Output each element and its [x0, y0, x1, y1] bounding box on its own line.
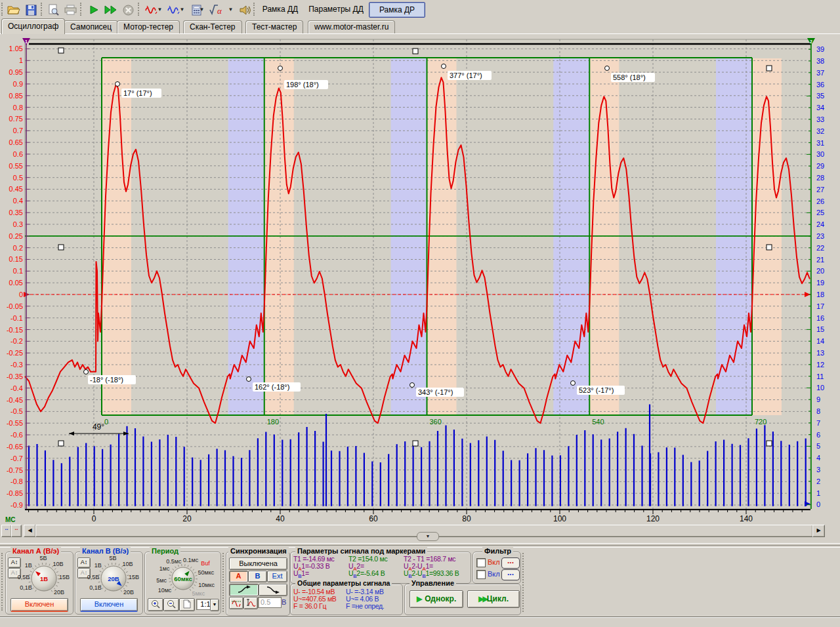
tab-5[interactable]: Тест-мастер [245, 20, 303, 33]
new-view-button[interactable] [179, 598, 195, 611]
svg-text:-0.9: -0.9 [10, 501, 23, 509]
measure-dropdown-arrow[interactable]: ▼ [198, 1, 205, 17]
params-dd-button[interactable]: Параметры ДД [306, 3, 366, 16]
svg-text:1В: 1В [94, 562, 102, 569]
toolbar-grip[interactable] [1, 3, 5, 16]
channel-b-range-knob[interactable]: 20В0,1В0,5В1В5В10В15В20В [75, 556, 142, 597]
svg-text:0: 0 [816, 500, 820, 508]
open-folder-icon [7, 5, 20, 15]
svg-text:343° (-17°): 343° (-17°) [418, 388, 453, 396]
zoom-in-button[interactable] [148, 598, 163, 611]
channel-a-dropdown-arrow[interactable]: ▼ [156, 1, 163, 17]
svg-text:10: 10 [816, 384, 824, 392]
sound-button[interactable] [236, 1, 253, 18]
svg-text:198° (18°): 198° (18°) [286, 81, 319, 89]
svg-text:-0.8: -0.8 [10, 477, 23, 485]
frame-dd-button[interactable]: Рамка ДД [259, 3, 302, 16]
svg-text:180: 180 [267, 418, 279, 426]
tab-2[interactable]: Самописец [64, 20, 118, 33]
run-single-button[interactable] [85, 1, 102, 18]
svg-text:37: 37 [816, 69, 824, 77]
sync-source-a-button[interactable]: А [229, 571, 248, 582]
toolbar-grip [80, 3, 83, 16]
left-axis-labels: 1.0510.950.90.850.80.750.70.650.60.550.5… [7, 45, 23, 509]
svg-text:15В: 15В [59, 574, 70, 580]
filter-a-more-button[interactable]: ... [501, 557, 520, 569]
marker-red-dots-button[interactable]: .. [11, 525, 22, 537]
run-single-big-button[interactable]: ▶ Однокр. [410, 590, 463, 608]
common-params-title: Общие параметры сигнала [295, 579, 392, 587]
zoom-out-button[interactable] [163, 598, 179, 611]
panel-grip[interactable] [1, 553, 5, 611]
svg-text:16: 16 [816, 314, 824, 322]
zoom-ratio-dropdown[interactable]: ▼ [210, 599, 219, 611]
right-axis-labels: 0123456789101112131415161718192021222324… [816, 45, 824, 508]
save-button[interactable] [22, 1, 39, 18]
math-dropdown-arrow[interactable]: ▼ [227, 1, 234, 17]
svg-text:0: 0 [19, 291, 23, 298]
sync-title: Синхронизация [228, 547, 289, 555]
filter-b-checkbox[interactable] [476, 570, 486, 579]
channel-b-enabled-button[interactable]: Включен [80, 598, 138, 612]
tab-1[interactable]: Осциллограф [1, 18, 65, 34]
channel-b-dropdown-arrow[interactable]: ▼ [178, 1, 186, 17]
filter-a-checkbox[interactable] [476, 558, 486, 567]
svg-text:33: 33 [816, 115, 824, 123]
svg-text:-0.45: -0.45 [7, 396, 23, 404]
svg-text:0.6: 0.6 [13, 150, 23, 158]
svg-text:0.25: 0.25 [9, 232, 23, 240]
math-button[interactable]: α [207, 1, 228, 18]
frame-dr-button[interactable]: Рамка ДР [369, 2, 425, 18]
filter-a-label: Вкл [488, 558, 500, 566]
channel-a-range-knob[interactable]: 1В0,1В0,5В1В5В10В15В20В [6, 556, 73, 597]
filter-b-more-button[interactable]: ... [501, 569, 520, 580]
run-cycle-button[interactable] [102, 1, 119, 18]
svg-text:20В: 20В [108, 575, 119, 582]
sync-off-button[interactable]: Выключена [229, 557, 287, 570]
svg-text:26: 26 [816, 197, 824, 205]
channel-a-enabled-button[interactable]: Включен [10, 598, 68, 612]
svg-text:17° (17°): 17° (17°) [123, 89, 152, 97]
period-knob[interactable]: 60мкс0.5мс0.1мсBuf1мс50мкс5мс10мкс10мс5м… [145, 556, 220, 597]
svg-text:0.2: 0.2 [13, 244, 23, 252]
svg-text:Buf: Buf [201, 560, 210, 567]
scroll-right-button[interactable]: ▶ [812, 525, 825, 537]
sync-edge-rising-button[interactable] [229, 584, 259, 596]
tab-3[interactable]: Мотор-тестер [117, 20, 180, 33]
tab-6[interactable]: www.motor-master.ru [308, 20, 395, 33]
sync-hysteresis-button[interactable] [243, 597, 258, 609]
svg-text:7: 7 [816, 419, 820, 427]
sync-source-ext-button[interactable]: Ext [267, 571, 287, 582]
print-button[interactable] [62, 1, 79, 18]
svg-text:50мкс: 50мкс [198, 569, 215, 576]
sync-threshold-input[interactable]: 0.5 [258, 597, 282, 608]
open-button[interactable] [5, 1, 22, 18]
sync-source-b-button[interactable]: В [248, 571, 267, 582]
marker-blue-dots-button[interactable]: .. [1, 525, 12, 537]
svg-text:4: 4 [816, 454, 820, 462]
svg-text:22: 22 [816, 244, 824, 252]
sync-edge-falling-button[interactable] [259, 584, 287, 596]
print-icon [64, 5, 77, 15]
oscilloscope-plot[interactable]: 121.0510.950.90.850.80.750.70.650.60.550… [0, 34, 840, 547]
tab-4[interactable]: Скан-Тестер [183, 20, 242, 33]
svg-text:1.05: 1.05 [9, 45, 23, 52]
svg-text:17: 17 [816, 302, 824, 310]
svg-text:23: 23 [816, 232, 824, 240]
svg-text:31: 31 [816, 139, 824, 147]
svg-text:0.85: 0.85 [9, 92, 23, 100]
run-cycle-big-button[interactable]: ▶▶ Цикл. [467, 590, 520, 608]
stop-button[interactable] [119, 1, 136, 18]
svg-text:0.4: 0.4 [13, 197, 23, 205]
svg-text:-0.5: -0.5 [10, 407, 23, 415]
panel-grip[interactable] [522, 553, 526, 612]
svg-text:15: 15 [816, 325, 824, 333]
print-preview-button[interactable] [45, 1, 62, 18]
svg-text:6: 6 [816, 431, 820, 439]
rising-edge-icon [237, 585, 251, 594]
panel-collapse-button[interactable]: ▼ [417, 532, 439, 541]
sync-level-mode-button[interactable] [229, 597, 243, 609]
svg-text:28: 28 [816, 174, 824, 182]
svg-text:-0.85: -0.85 [7, 489, 23, 497]
svg-text:-0.4: -0.4 [10, 384, 23, 392]
